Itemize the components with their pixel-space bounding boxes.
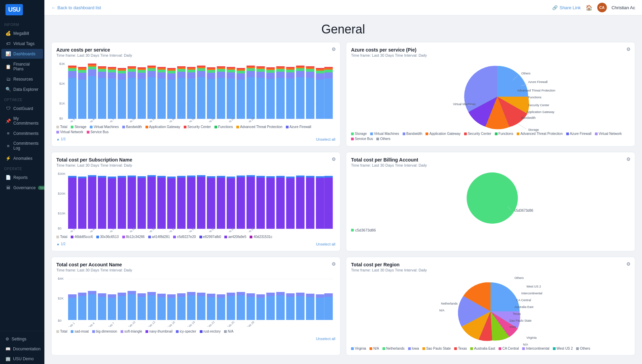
sidebar-item-settings[interactable]: ⚙ Settings [1,334,43,344]
svg-rect-227 [324,178,333,229]
svg-rect-287 [256,294,265,298]
svg-rect-42 [128,66,136,68]
svg-rect-206 [217,176,225,178]
chart-settings-icon[interactable]: ⚙ [332,261,336,267]
svg-rect-98 [247,77,255,119]
svg-rect-49 [148,71,156,77]
svg-rect-69 [187,72,196,79]
svg-rect-17 [78,67,86,68]
content-area: General Azure costs per service Time fra… [44,15,642,364]
svg-rect-140 [324,70,333,72]
settings-icon: ⚙ [5,337,9,341]
legend-expand[interactable]: ▲ 1/3 [56,137,66,141]
sidebar-item-resources[interactable]: 🗂 Resources [1,74,43,84]
share-link[interactable]: 🔗 Share Link [552,5,581,10]
expand-icon: ▲ [56,242,60,246]
list-icon: ≡ [5,131,11,136]
sidebar-item-label: Resources [13,77,33,82]
chart-title: Azure costs per service (Pie) [351,47,630,53]
svg-rect-136 [316,69,324,71]
svg-rect-44 [138,73,146,79]
sidebar-item-commitments-log[interactable]: ≡ Commitments Log [1,139,43,153]
governance-badge: New [38,186,44,190]
dashboard-icon: 📊 [5,51,11,56]
svg-text:Texas: Texas [513,312,521,316]
subscription-unselect-btn[interactable]: Unselect all [316,242,335,246]
pie-chart-svg: Others Azure Firewall Advanced Threat Pr… [351,56,630,134]
region-chart-svg: Others West US 2 Intercontinental CA Cen… [351,267,630,352]
chart-settings-icon[interactable]: ⚙ [332,46,336,52]
sidebar-item-label: MegaBill [13,31,29,36]
svg-rect-133 [316,80,324,119]
sidebar-item-governance[interactable]: 🏛 Governance New [1,183,43,193]
svg-rect-47 [138,67,146,69]
svg-rect-186 [118,176,126,178]
svg-rect-291 [276,292,285,295]
svg-rect-28 [108,79,116,119]
subscription-chart-svg: $30K $20K $10K $0 [56,171,335,232]
chart-settings-icon[interactable]: ⚙ [626,156,631,162]
svg-rect-217 [276,178,285,229]
svg-rect-19 [88,69,96,76]
sidebar-item-reports[interactable]: 📄 Reports [1,172,43,182]
svg-rect-97 [237,68,245,69]
svg-rect-113 [276,78,285,119]
svg-text:Application Gateway: Application Gateway [527,110,555,114]
sidebar-item-data-explorer[interactable]: 🔍 Data Explorer [1,84,43,94]
subscription-legend-expand[interactable]: ▲ 1/2 [56,242,66,246]
svg-rect-277 [207,294,215,297]
svg-rect-65 [177,69,186,72]
svg-rect-286 [256,298,265,320]
unselect-all-btn[interactable]: Unselect all [316,137,335,141]
sidebar-item-anomalies[interactable]: ⚡ Anomalies [1,153,43,163]
sidebar-item-financial-plans[interactable]: 📋 Financial Plans [1,59,43,74]
sidebar-workspace[interactable]: 🏢 USU Demo [1,354,43,364]
sidebar-item-documentation[interactable]: 📖 Documentation [1,344,43,354]
svg-rect-78 [207,79,215,119]
sidebar-item-virtual-tags[interactable]: 🏷 Virtual Tags [1,39,43,48]
back-link[interactable]: ← Back to dashboard list [51,5,101,10]
svg-text:$0: $0 [58,227,61,230]
svg-rect-111 [266,69,275,70]
svg-rect-254 [98,297,106,320]
sidebar-item-dashboards[interactable]: 📊 Dashboards [1,49,43,59]
account-unselect-btn[interactable]: Unselect all [316,337,335,341]
svg-rect-296 [306,297,315,320]
svg-rect-58 [167,80,176,119]
svg-text:$0: $0 [59,117,63,120]
home-icon[interactable]: 🏠 [586,4,592,11]
svg-rect-197 [177,178,186,229]
svg-rect-300 [324,297,333,320]
svg-rect-54 [157,72,166,79]
svg-rect-62 [167,68,176,69]
svg-rect-185 [118,178,126,229]
sidebar-item-megabill[interactable]: 💰 MegaBill [1,28,43,38]
sidebar-item-my-commitments[interactable]: 📌 My Commitments [1,114,43,128]
svg-rect-79 [207,73,215,79]
chart-settings-icon[interactable]: ⚙ [626,46,631,52]
svg-rect-222 [296,176,305,177]
bar-chart-azure: $3K $2K $1K $0 [56,61,335,122]
sidebar-item-costguard[interactable]: 🛡 CostGuard [1,103,43,113]
sidebar-item-label: Virtual Tags [13,41,34,46]
section-label-operate: Operate [0,164,44,172]
svg-text:Bandwidth: Bandwidth [521,116,536,120]
svg-rect-26 [98,68,106,69]
svg-text:Iowa: Iowa [510,325,516,328]
svg-rect-82 [207,67,215,69]
chart-settings-icon[interactable]: ⚙ [626,261,631,267]
sidebar-item-commitments[interactable]: ≡ Commitments [1,128,43,138]
svg-rect-216 [266,176,275,178]
chart-settings-icon[interactable]: ⚙ [332,156,336,162]
svg-rect-271 [177,293,186,297]
svg-rect-193 [157,178,166,229]
svg-rect-203 [207,178,215,229]
svg-rect-93 [237,80,245,119]
svg-rect-139 [324,72,333,79]
svg-rect-252 [88,294,96,320]
svg-rect-33 [118,80,126,119]
svg-rect-281 [227,293,235,296]
avatar: CA [597,3,607,12]
svg-rect-248 [68,298,76,320]
workspace-icon: 🏢 [5,356,11,361]
